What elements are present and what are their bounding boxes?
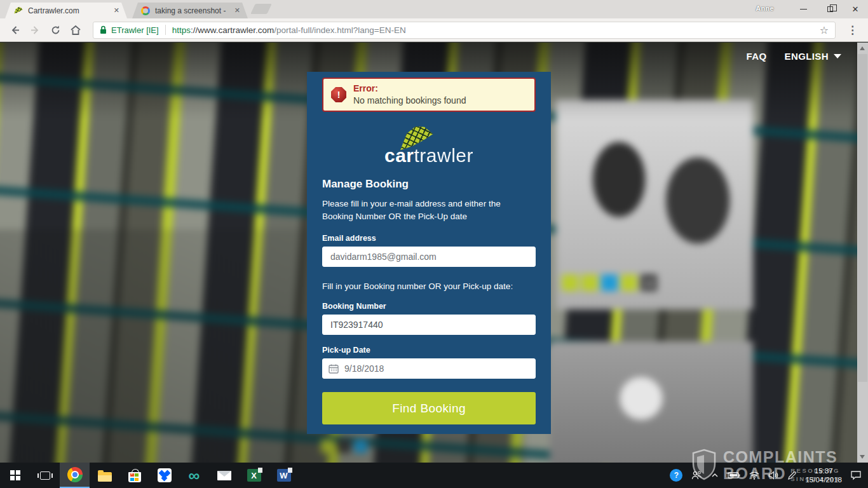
hidden-icons-chevron-icon[interactable]: [710, 471, 719, 479]
tab-label: taking a screenshot - Go: [155, 6, 228, 15]
tab-label: Cartrawler.com: [28, 6, 107, 15]
url-separator: [165, 25, 166, 35]
error-title: Error:: [353, 83, 466, 95]
microsoft-store-icon: [128, 472, 141, 482]
restore-icon: [827, 6, 833, 12]
task-view-button[interactable]: [30, 463, 60, 488]
help-icon[interactable]: ?: [670, 469, 682, 482]
faq-link[interactable]: FAQ: [746, 51, 766, 62]
taskbar-dropbox-button[interactable]: [149, 463, 179, 488]
minimize-icon: [800, 9, 807, 10]
email-label: Email address: [322, 234, 536, 243]
email-field[interactable]: [322, 247, 536, 267]
infinity-app-icon: ∞: [189, 468, 200, 484]
dropbox-icon: [158, 468, 172, 482]
bookmark-star-icon[interactable]: ☆: [820, 24, 829, 36]
photo-tag: [621, 274, 637, 291]
taskbar-word-button[interactable]: W: [269, 463, 299, 488]
url-text[interactable]: https://www.cartrawler.com/portal-full/i…: [172, 25, 815, 35]
error-alert: ! Error: No matching bookings found: [322, 78, 536, 112]
scroll-up-icon[interactable]: [860, 46, 865, 50]
page-scrollbar[interactable]: [857, 43, 868, 463]
desktop-screen: Cartrawler.com ✕ taking a screenshot - G…: [0, 0, 868, 488]
tray-time: 15:37: [805, 466, 842, 475]
system-tray: ? 15:37 15/04/2018: [670, 463, 868, 488]
page-viewport: 13 FAQ ENGLISH ! Error: No mat: [0, 43, 868, 463]
pickup-date-field[interactable]: [322, 358, 536, 379]
mail-icon: [217, 471, 231, 480]
refresh-button[interactable]: [47, 22, 64, 38]
home-button[interactable]: [67, 22, 84, 38]
tab-screenshot-search[interactable]: taking a screenshot - Go ✕: [132, 3, 248, 18]
cartrawler-favicon-icon: [14, 7, 23, 14]
browser-toolbar: ETrawler [IE] https://www.cartrawler.com…: [0, 18, 868, 42]
task-view-icon: [40, 471, 50, 480]
browser-menu-icon[interactable]: ⋮: [843, 24, 862, 37]
find-booking-button[interactable]: Find Booking: [322, 392, 536, 424]
action-center-icon[interactable]: [850, 470, 862, 480]
pen-icon[interactable]: [787, 471, 797, 480]
file-explorer-icon: [98, 472, 112, 482]
tab-cartrawler[interactable]: Cartrawler.com ✕: [5, 3, 127, 18]
windows-taskbar: ∞ X W ?: [0, 463, 868, 488]
booking-number-field[interactable]: [322, 315, 536, 335]
site-identity: ETrawler [IE]: [111, 25, 159, 35]
window-minimize-button[interactable]: [792, 2, 815, 16]
instructions-text: Please fill in your e-mail address and e…: [322, 198, 531, 224]
google-favicon-icon: [141, 6, 150, 15]
tab-close-icon[interactable]: ✕: [112, 6, 121, 15]
photo-tag-row: 13: [562, 274, 657, 291]
page-title: Manage Booking: [322, 178, 536, 191]
divider-text: Fill in your Booking number OR your Pick…: [322, 281, 536, 291]
excel-icon: X: [247, 469, 261, 482]
tray-date: 15/04/2018: [805, 475, 842, 484]
pickup-date-label: Pick-up Date: [322, 346, 536, 355]
browser-profile-name[interactable]: Anne: [756, 4, 774, 12]
wifi-icon[interactable]: [749, 471, 760, 480]
photo-tag: [562, 274, 578, 291]
manage-booking-panel: ! Error: No matching bookings found cart…: [307, 72, 551, 434]
language-selector[interactable]: ENGLISH: [785, 51, 841, 62]
scroll-down-icon[interactable]: [860, 455, 865, 459]
window-close-button[interactable]: ✕: [844, 2, 867, 16]
taskbar-infinity-app-button[interactable]: ∞: [179, 463, 209, 488]
secure-lock-icon: [100, 25, 107, 34]
address-bar[interactable]: ETrawler [IE] https://www.cartrawler.com…: [93, 22, 836, 39]
taskbar-file-explorer-button[interactable]: [90, 463, 119, 488]
calendar-icon: [329, 363, 339, 376]
booking-number-label: Booking Number: [322, 302, 536, 311]
photo-tag: [581, 274, 598, 291]
browser-titlebar: Cartrawler.com ✕ taking a screenshot - G…: [0, 0, 868, 18]
cartrawler-logo: cartrawler: [322, 126, 536, 170]
battery-icon[interactable]: [728, 471, 740, 479]
word-icon: W: [277, 469, 291, 482]
taskbar-store-button[interactable]: [119, 463, 149, 488]
taskbar-chrome-button[interactable]: [60, 463, 90, 488]
taskbar-excel-button[interactable]: X: [239, 463, 269, 488]
volume-icon[interactable]: [768, 471, 779, 480]
taskbar-mail-button[interactable]: [209, 463, 239, 488]
taskbar-clock[interactable]: 15:37 15/04/2018: [805, 466, 842, 485]
error-icon: !: [331, 87, 346, 102]
scrollbar-thumb[interactable]: [858, 54, 867, 382]
tab-close-icon[interactable]: ✕: [233, 6, 241, 15]
site-top-nav: FAQ ENGLISH: [746, 51, 841, 62]
chrome-icon: [67, 467, 83, 482]
error-message: No matching bookings found: [353, 95, 466, 107]
forward-button[interactable]: [27, 22, 43, 38]
chevron-down-icon: [834, 54, 841, 58]
window-restore-button[interactable]: [818, 2, 841, 16]
new-tab-button[interactable]: [250, 4, 271, 14]
back-button[interactable]: [6, 22, 23, 38]
photo-tag: [601, 274, 618, 291]
people-icon[interactable]: [691, 470, 702, 480]
lower-photo: [550, 341, 753, 463]
photo-tag-number: 13: [641, 274, 657, 291]
start-button[interactable]: [0, 463, 30, 488]
windows-logo-icon: [10, 470, 20, 480]
